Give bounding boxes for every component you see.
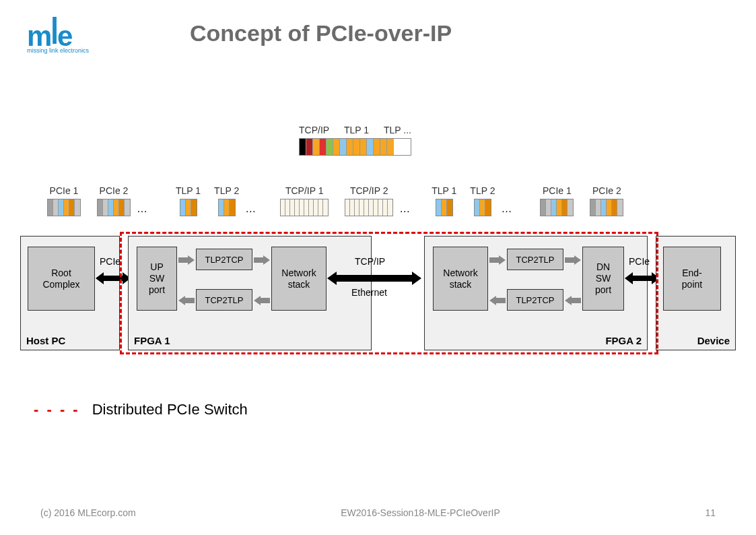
label-tlp1-l: TLP 1: [176, 185, 201, 196]
label-pcie2-r: PCIe 2: [592, 185, 621, 196]
packet-pcie2-l: [97, 199, 131, 216]
label-tlp1-r: TLP 1: [432, 185, 456, 196]
legend-dash-icon: - - - -: [34, 401, 80, 418]
ellipsis: …: [498, 203, 514, 216]
dashed-switch-outline: [120, 232, 658, 354]
device-box: End- point Device: [656, 236, 736, 350]
host-pc-box: Root Complex Host PC: [20, 236, 120, 350]
root-complex-box: Root Complex: [28, 247, 95, 311]
label-tcpip1: TCP/IP 1: [285, 185, 324, 196]
footer-right: 11: [705, 507, 716, 518]
packet-tlp2-r: [474, 199, 491, 216]
label-pcie1-l: PCIe 1: [50, 185, 79, 196]
top-label-tlp-etc: TLP ...: [384, 125, 411, 135]
ellipsis: …: [242, 203, 259, 216]
label-pcie1-r: PCIe 1: [543, 185, 572, 196]
footer: (c) 2016 MLEcorp.com EW2016-Session18-ML…: [40, 507, 716, 518]
top-label-tlp1: TLP 1: [344, 125, 380, 135]
legend: - - - - Distributed PCIe Switch: [34, 401, 248, 418]
label-pcie-left: PCIe: [100, 256, 121, 267]
packet-pcie2-r: [590, 199, 623, 216]
packet-tlp1-r: [436, 199, 453, 216]
host-label: Host PC: [26, 335, 65, 346]
label-tlp2-l: TLP 2: [214, 185, 239, 196]
endpoint-box: End- point: [663, 247, 721, 311]
logo: mle missing link electronics: [27, 20, 89, 59]
legend-text: Distributed PCIe Switch: [92, 401, 248, 418]
main-diagram: Root Complex Host PC PCIe UP SW port TLP…: [20, 236, 736, 350]
packet-pcie1-r: [540, 199, 574, 216]
device-label: Device: [697, 335, 730, 346]
top-packet: [299, 138, 411, 156]
footer-left: (c) 2016 MLEcorp.com: [40, 507, 136, 518]
packet-tlp2-l: [218, 199, 236, 216]
label-pcie2-l: PCIe 2: [100, 185, 129, 196]
top-label-tcpip: TCP/IP: [299, 125, 341, 135]
footer-center: EW2016-Session18-MLE-PCIeOverIP: [341, 507, 500, 518]
logo-tagline: missing link electronics: [27, 47, 89, 54]
label-tlp2-r: TLP 2: [470, 185, 495, 196]
packet-pcie1-l: [47, 199, 81, 216]
packet-tcpip1: [280, 199, 329, 216]
ellipsis: …: [134, 203, 150, 216]
packet-tlp1-l: [180, 199, 197, 216]
ellipsis: …: [397, 203, 413, 216]
packet-tcpip2: [345, 199, 393, 216]
label-tcpip2: TCP/IP 2: [350, 185, 388, 196]
page-title: Concept of PCIe-over-IP: [190, 20, 452, 46]
